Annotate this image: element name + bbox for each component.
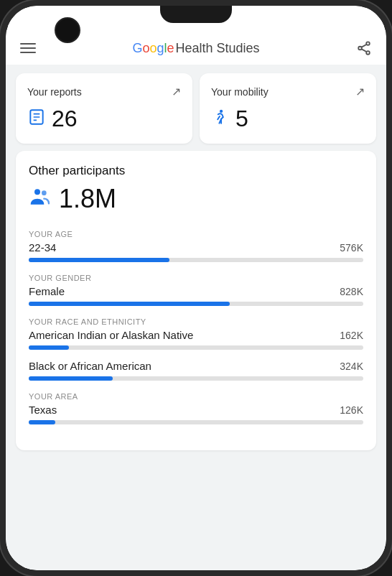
svg-line-4 [362,45,367,47]
participants-card: Other participants 1.8M YOUR AGE [16,151,376,450]
race-bar-fill-1 [29,345,69,350]
gender-label: YOUR GENDER [29,274,363,282]
area-label: YOUR AREA [29,392,363,401]
share-button[interactable] [356,40,372,56]
reports-value: 26 [52,106,78,132]
race-count-2: 324K [340,361,363,372]
age-stat-section: YOUR AGE 22-34 576K [29,230,363,262]
race-name-2: Black or African American [29,360,151,372]
race-bar-fill-2 [29,376,113,381]
age-row: 22-34 576K [29,241,363,254]
gender-stat-section: YOUR GENDER Female 828K [29,274,363,306]
participants-title: Other participants [29,164,363,178]
age-name: 22-34 [29,241,56,254]
logo-e: e [167,41,174,56]
gender-count: 828K [340,286,363,297]
logo-suffix: Health Studies [176,41,260,56]
svg-point-10 [34,189,40,195]
app-logo: G o o g l e Health Studies [132,41,259,56]
area-bar-fill [29,420,55,424]
area-name: Texas [29,404,57,416]
svg-point-9 [220,109,223,112]
gender-bar-container [29,302,363,306]
race-bar-container-2 [29,376,363,381]
area-count: 126K [340,404,363,416]
area-stat-section: YOUR AREA Texas 126K [29,392,363,424]
gender-bar-fill [29,302,230,306]
gender-row: Female 828K [29,285,363,297]
area-row: Texas 126K [29,404,363,416]
mobility-expand-button[interactable]: ↗ [355,85,365,98]
logo-g: G [132,41,142,56]
phone-camera [55,17,80,43]
race-count-1: 162K [340,330,363,341]
reports-card-title: Your reports [27,86,82,98]
logo-o1: o [142,41,149,56]
mobility-card-header: Your mobility ↗ [211,85,365,98]
mobility-card-title: Your mobility [211,86,269,98]
race-row-2: Black or African American 324K [29,360,363,372]
mobility-card: Your mobility ↗ 5 [200,73,376,144]
svg-line-3 [362,49,367,52]
mobility-value: 5 [235,106,248,132]
race-label: YOUR RACE AND ETHNICITY [29,317,363,326]
race-row-1: American Indian or Alaskan Native 162K [29,329,363,341]
mobility-icon [211,108,230,131]
logo-o2: o [149,41,157,56]
phone-shell: G o o g l e Health Studies [0,0,392,576]
top-cards-row: Your reports ↗ 26 [16,73,376,144]
participants-value: 1.8M [59,184,116,214]
age-bar-fill [29,258,169,262]
mobility-value-row: 5 [211,106,365,132]
gender-name: Female [29,285,65,297]
svg-point-11 [42,190,47,195]
hamburger-menu-button[interactable] [20,43,36,53]
reports-icon [27,108,46,131]
age-label: YOUR AGE [29,230,363,238]
area-bar-container [29,420,363,424]
phone-notch [160,6,232,23]
screen: G o o g l e Health Studies [6,6,386,570]
race-bar-container-1 [29,345,363,350]
age-bar-container [29,258,363,262]
participants-value-row: 1.8M [29,184,363,214]
reports-expand-button[interactable]: ↗ [172,85,181,98]
scroll-content: Your reports ↗ 26 [6,65,386,570]
logo-g2: g [157,41,164,56]
participants-icon [29,185,52,213]
race-stat-section: YOUR RACE AND ETHNICITY American Indian … [29,317,363,381]
race-name-1: American Indian or Alaskan Native [29,329,193,341]
reports-card-header: Your reports ↗ [27,85,181,98]
reports-value-row: 26 [27,106,181,132]
age-count: 576K [340,242,363,254]
reports-card: Your reports ↗ 26 [16,73,192,144]
